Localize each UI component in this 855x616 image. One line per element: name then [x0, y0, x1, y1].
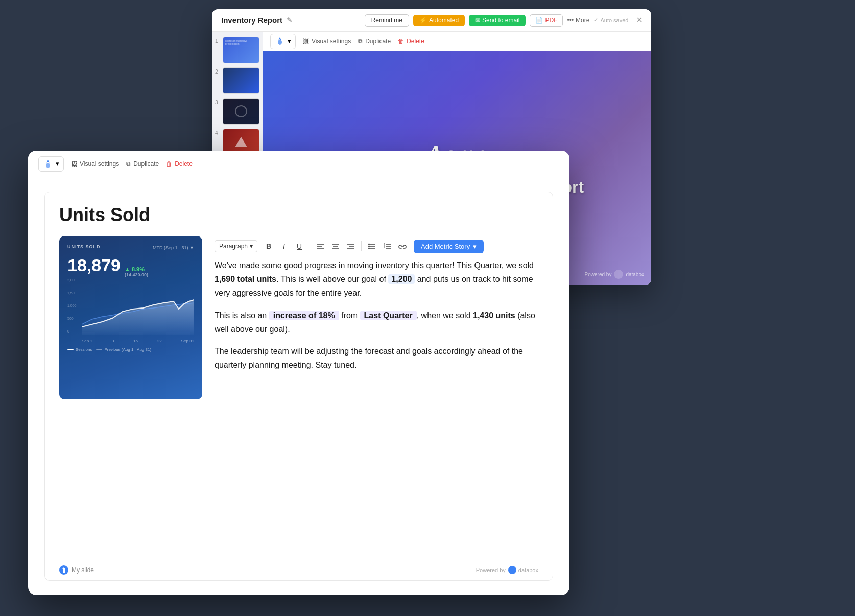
align-right-button[interactable] [344, 239, 358, 253]
edit-icon[interactable]: ✎ [287, 16, 292, 24]
editor-content[interactable]: We've made some good progress in moving … [215, 258, 538, 380]
svg-point-13 [368, 246, 370, 247]
databox-name: databox [518, 567, 538, 573]
delete-button[interactable]: 🗑 Delete [398, 38, 424, 45]
delete-label: Delete [407, 38, 424, 45]
x-label-15: 15 [133, 339, 138, 343]
editor-toolbar: Paragraph ▾ B I U [215, 236, 538, 258]
x-label-sep1: Sep 1 [82, 339, 92, 343]
more-label: More [576, 17, 589, 24]
databox-badge: databox [508, 566, 538, 574]
chart-x-labels: Sep 1 8 15 22 Sep 31 [82, 339, 194, 343]
italic-icon: I [283, 242, 285, 250]
svg-text:3.: 3. [384, 247, 386, 249]
legend-dot-previous [96, 349, 102, 350]
paragraph-select[interactable]: Paragraph ▾ [215, 240, 257, 252]
drop-button[interactable]: ▾ [270, 34, 296, 49]
underline-button[interactable]: U [292, 239, 306, 253]
slide-title: Units Sold [59, 204, 538, 226]
slide-footer: My slide Powered by databox [45, 559, 553, 580]
visual-settings-label: Visual settings [312, 38, 351, 45]
bold-icon: B [266, 242, 271, 250]
databox-logo-circle [508, 566, 516, 574]
front-chevron-icon: ▾ [56, 160, 59, 168]
pdf-button[interactable]: 📄 PDF [530, 14, 563, 27]
para2-highlight1: increase of 18% [269, 311, 339, 320]
my-slide: My slide [59, 565, 94, 575]
slide-thumb-1[interactable]: 1 Microsoft Workflow presentation [215, 37, 259, 63]
front-visual-settings-button[interactable]: 🖼 Visual settings [71, 160, 119, 168]
legend-previous-label: Previous (Aug 1 - Aug 31) [104, 347, 151, 352]
y-label-2000: 2,000 [67, 278, 77, 282]
text-editor: Paragraph ▾ B I U [215, 236, 538, 549]
bullet-list-button[interactable] [365, 239, 379, 253]
powered-by-footer: Powered by databox [476, 566, 538, 574]
svg-point-11 [368, 244, 370, 245]
widget-value: 18,879 ▲ 8.9% (14,420.00) [67, 255, 194, 277]
para1-highlight: 1,200 [388, 274, 415, 284]
slide-img-1[interactable]: Microsoft Workflow presentation [223, 37, 259, 63]
front-modal: ▾ 🖼 Visual settings ⧉ Duplicate 🗑 Delete… [28, 151, 569, 595]
front-duplicate-button[interactable]: ⧉ Duplicate [126, 160, 159, 168]
duplicate-button[interactable]: ⧉ Duplicate [358, 38, 391, 45]
link-button[interactable] [395, 239, 410, 253]
front-delete-label: Delete [175, 160, 193, 168]
y-label-1000: 1,000 [67, 304, 77, 307]
back-modal-title-text: Inventory Report [221, 16, 282, 25]
front-duplicate-icon: ⧉ [126, 160, 131, 168]
bold-button[interactable]: B [262, 239, 276, 253]
content-para3: The leadership team will be adjusting th… [215, 344, 538, 372]
para2-mid1: from [339, 311, 360, 320]
duplicate-label: Duplicate [365, 38, 391, 45]
y-label-1500: 1,500 [67, 291, 77, 295]
send-email-button[interactable]: ✉ Send to email [469, 15, 526, 26]
send-email-label: Send to email [482, 17, 519, 24]
automated-label: Automated [429, 17, 459, 24]
numbered-list-button[interactable]: 1.2.3. [380, 239, 394, 253]
toolbar-divider-1 [310, 241, 310, 251]
visual-settings-button[interactable]: 🖼 Visual settings [303, 38, 351, 45]
y-axis-labels: 2,000 1,500 1,000 500 0 [67, 278, 77, 333]
remind-button[interactable]: Remind me [365, 14, 409, 27]
automated-button[interactable]: ⚡ Automated [413, 15, 465, 26]
slide-num-3: 3 [215, 100, 220, 105]
more-button[interactable]: ••• More [567, 17, 589, 24]
paragraph-label: Paragraph [219, 243, 248, 250]
slide-img-2[interactable] [223, 67, 259, 94]
widget-period[interactable]: MTD (Sep 1 - 31) ▼ [153, 245, 194, 250]
databox-name-back: databox [626, 272, 644, 277]
my-slide-label: My slide [72, 566, 94, 574]
content-para1: We've made some good progress in moving … [215, 258, 538, 300]
para2-bold: 1,430 units [473, 311, 515, 320]
add-metric-label: Add Metric Story [421, 243, 470, 250]
chart-container: 2,000 1,500 1,000 500 0 [67, 278, 194, 343]
front-delete-button[interactable]: 🗑 Delete [166, 160, 193, 168]
close-button[interactable]: × [636, 15, 642, 26]
slide-title-row: Units Sold [45, 192, 553, 231]
powered-by-label-back: Powered by [585, 272, 612, 277]
slide-thumb-3[interactable]: 3 [215, 98, 259, 125]
underline-icon: U [297, 242, 302, 250]
italic-button[interactable]: I [277, 239, 291, 253]
back-modal-titlebar: Inventory Report ✎ Remind me ⚡ Automated… [212, 9, 651, 32]
align-left-button[interactable] [313, 239, 327, 253]
front-drop-button[interactable]: ▾ [38, 156, 64, 172]
auto-saved-label: Auto saved [600, 17, 628, 23]
align-center-button[interactable] [328, 239, 343, 253]
back-modal-title: Inventory Report ✎ [221, 16, 292, 25]
slide-num-2: 2 [215, 69, 220, 75]
slide-img-3[interactable] [223, 98, 259, 125]
slide-num-1: 1 [215, 38, 220, 44]
front-visual-settings-label: Visual settings [80, 160, 119, 168]
chart-svg [82, 278, 194, 335]
slide-inner: Units Sold UNITS SOLD MTD (Sep 1 - 31) ▼… [44, 192, 553, 581]
front-duplicate-label: Duplicate [133, 160, 159, 168]
powered-by-back: Powered by databox [585, 270, 644, 279]
para1-start: We've made some good progress in moving … [215, 261, 534, 270]
add-metric-story-button[interactable]: Add Metric Story ▾ [414, 240, 484, 253]
legend-sessions-label: Sessions [76, 347, 92, 352]
front-modal-toolbar: ▾ 🖼 Visual settings ⧉ Duplicate 🗑 Delete [28, 151, 569, 177]
slide-thumb-2[interactable]: 2 [215, 67, 259, 94]
back-modal-actions: Remind me ⚡ Automated ✉ Send to email 📄 … [365, 14, 642, 27]
automated-icon: ⚡ [419, 17, 427, 24]
